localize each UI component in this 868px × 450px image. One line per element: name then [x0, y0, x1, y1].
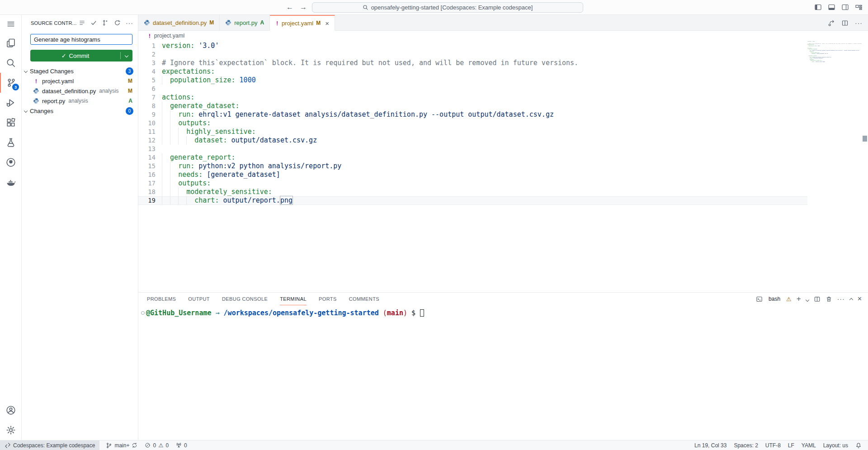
branch-status[interactable]: main+	[102, 441, 141, 450]
activity-explorer[interactable]	[0, 33, 22, 53]
minimap[interactable]: version: '3.0' # Ignore this`expectation…	[807, 41, 862, 292]
section-count-badge: 3	[126, 67, 133, 75]
language-mode[interactable]: YAML	[798, 441, 820, 450]
encoding[interactable]: UTF-8	[762, 441, 784, 450]
scm-file-project.yaml[interactable]: !project.yamlM	[22, 76, 138, 86]
shell-warning-icon[interactable]: ⚠	[786, 296, 792, 303]
panel-tab-ports[interactable]: PORTS	[319, 293, 337, 305]
terminal-dropdown-icon[interactable]	[806, 296, 809, 303]
close-panel-icon[interactable]: ×	[858, 295, 862, 303]
kill-terminal-icon[interactable]	[826, 296, 832, 303]
ports-status[interactable]: 0	[172, 441, 191, 450]
open-changes-icon[interactable]	[828, 19, 835, 27]
activity-source-control[interactable]: 3	[0, 73, 22, 93]
terminal-command-decoration[interactable]	[141, 311, 145, 315]
yaml-icon: !	[148, 33, 151, 39]
customize-layout-icon[interactable]	[855, 4, 863, 11]
forward-icon[interactable]: →	[300, 3, 307, 11]
code-line: 4expectations:	[138, 67, 807, 76]
scm-file-dataset_definition.py[interactable]: dataset_definition.pyanalysisM	[22, 86, 138, 96]
refresh-icon[interactable]	[114, 19, 121, 26]
activity-run-debug[interactable]	[0, 93, 22, 113]
bottom-panel: PROBLEMSOUTPUTDEBUG CONSOLETERMINALPORTS…	[138, 292, 868, 440]
toggle-primary-sidebar-icon[interactable]	[814, 4, 822, 11]
search-icon	[6, 58, 16, 68]
status-bar: Codespaces: Example codespacemain+0⚠00Ln…	[0, 440, 868, 450]
view-as-list-icon[interactable]	[79, 19, 85, 26]
overview-ruler[interactable]	[862, 31, 868, 292]
activity-testing[interactable]	[0, 133, 22, 152]
activity-account[interactable]	[0, 400, 22, 420]
line-number: 3	[138, 59, 159, 67]
git-status-letter: A	[260, 19, 264, 26]
line-number: 13	[138, 145, 159, 153]
tab-report.py[interactable]: report.pyA	[220, 15, 270, 30]
source-control-sidebar: SOURCE CONTR... ··· ✓ Co	[22, 15, 138, 440]
shell-label[interactable]: bash	[769, 296, 780, 302]
close-tab-icon[interactable]: ×	[325, 19, 329, 27]
toggle-panel-icon[interactable]	[828, 4, 835, 11]
split-editor-icon[interactable]	[841, 19, 849, 27]
panel-tab-debug-console[interactable]: DEBUG CONSOLE	[222, 293, 268, 305]
title-bar: ← → opensafely-getting-started [Codespac…	[0, 0, 868, 15]
search-text: opensafely-getting-started [Codespaces: …	[371, 4, 533, 11]
code-line: 13	[138, 145, 807, 153]
panel-tab-output[interactable]: OUTPUT	[188, 293, 210, 305]
line-number: 14	[138, 153, 159, 162]
scm-file-report.py[interactable]: report.pyanalysisA	[22, 96, 138, 106]
maximize-panel-icon[interactable]	[850, 296, 853, 303]
code-line: 10 outputs:	[138, 119, 807, 128]
commit-dropdown-button[interactable]	[121, 54, 132, 57]
bell-icon	[855, 442, 862, 449]
scm-section-staged-changes[interactable]: Staged Changes3	[22, 66, 138, 76]
line-number: 15	[138, 162, 159, 171]
breadcrumb[interactable]: ! project.yaml	[138, 31, 184, 41]
activity-menu[interactable]	[0, 15, 22, 33]
bash-terminal-icon[interactable]	[756, 296, 763, 303]
activity-search[interactable]	[0, 53, 22, 73]
split-terminal-icon[interactable]	[814, 296, 821, 303]
python-icon	[33, 88, 39, 94]
panel-more-actions-icon[interactable]: ···	[837, 295, 845, 303]
back-icon[interactable]: ←	[286, 3, 293, 11]
editor-group: dataset_definition.pyMreport.pyA!project…	[138, 15, 868, 440]
activity-docker[interactable]	[0, 172, 22, 192]
terminal-prompt[interactable]: @GitHub_Username → /workspaces/opensafel…	[146, 309, 424, 317]
commit-check-icon[interactable]	[90, 19, 97, 26]
scm-section-changes[interactable]: Changes0	[22, 106, 138, 116]
remote-indicator[interactable]: Codespaces: Example codespace	[0, 441, 99, 450]
chevron-down-icon	[125, 54, 128, 57]
new-terminal-icon[interactable]: +	[797, 294, 801, 303]
tab-project.yaml[interactable]: !project.yamlM×	[270, 15, 335, 31]
tab-bar: dataset_definition.pyMreport.pyA!project…	[138, 15, 868, 31]
more-actions-icon[interactable]: ···	[126, 19, 133, 27]
activity-extensions[interactable]	[0, 113, 22, 133]
line-number: 11	[138, 128, 159, 136]
notifications[interactable]	[852, 441, 865, 450]
radio-tower-icon	[176, 442, 182, 448]
panel-tab-terminal[interactable]: TERMINAL	[280, 293, 307, 305]
keyboard-layout[interactable]: Layout: us	[820, 441, 852, 450]
commit-button[interactable]: ✓ Commit	[30, 50, 132, 62]
problems-status[interactable]: 0⚠0	[141, 441, 172, 450]
eol[interactable]: LF	[784, 441, 798, 450]
indentation[interactable]: Spaces: 2	[730, 441, 761, 450]
editor[interactable]: ! project.yaml 1version: '3.0'23# Ignore…	[138, 31, 868, 292]
cursor-position[interactable]: Ln 19, Col 33	[691, 441, 730, 450]
line-number: 17	[138, 179, 159, 188]
activity-github[interactable]	[0, 152, 22, 172]
panel-tab-problems[interactable]: PROBLEMS	[147, 293, 176, 305]
code-line: 12 dataset: output/dataset.csv.gz	[138, 136, 807, 145]
commit-message-input[interactable]	[30, 34, 132, 45]
settings-icon	[6, 425, 16, 435]
activity-settings[interactable]	[0, 420, 22, 440]
line-number: 8	[138, 102, 159, 110]
tab-dataset_definition.py[interactable]: dataset_definition.pyM	[138, 15, 220, 30]
panel-tab-comments[interactable]: COMMENTS	[349, 293, 379, 305]
line-number: 5	[138, 76, 159, 85]
create-branch-icon[interactable]	[102, 19, 109, 26]
code-area[interactable]: 1version: '3.0'23# Ignore this`expectati…	[138, 42, 807, 292]
editor-more-actions-icon[interactable]: ···	[855, 19, 863, 27]
command-center-search[interactable]: opensafely-getting-started [Codespaces: …	[312, 2, 583, 13]
toggle-secondary-sidebar-icon[interactable]	[841, 4, 849, 11]
